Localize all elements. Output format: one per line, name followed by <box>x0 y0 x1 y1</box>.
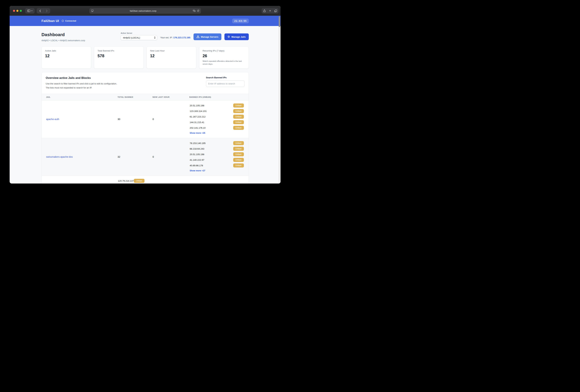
gear-icon: ⚙ <box>227 35 230 38</box>
banned-ip-row: 41.140.222.97 Unban <box>190 157 244 163</box>
banned-ip-address: 40.69.66.178 <box>190 164 203 167</box>
show-more-link[interactable]: Show more +27 <box>190 170 205 172</box>
overview-panel: Overview active Jails and Blocks Use the… <box>42 72 249 184</box>
stat-card: Active Jails 12 <box>42 46 91 69</box>
panel-description-1: Use the search to filter banned IPs and … <box>46 82 117 85</box>
search-banned-ips-label: Search Banned IPs <box>206 76 245 79</box>
stat-card-value: 26 <box>203 54 245 58</box>
banned-ip-address: 144.31.215.41 <box>190 121 204 124</box>
unban-button[interactable]: Unban <box>233 126 244 130</box>
banned-ip-row: 202.141.176.10 Unban <box>190 125 244 131</box>
stat-card-description: Watch repeated offenders detected in the… <box>203 60 245 66</box>
page-title: Dashboard <box>42 32 85 37</box>
table-header: Jail Total Banned New Last Hour Banned I… <box>42 94 249 100</box>
svg-text:文: 文 <box>194 10 195 12</box>
stat-card-value: 12 <box>150 54 193 58</box>
unban-button[interactable]: Unban <box>233 103 244 107</box>
zoom-window-button[interactable] <box>20 10 22 12</box>
address-bar[interactable]: fail2ban.swissmakers.corp A 文 <box>89 8 201 14</box>
forward-button[interactable] <box>44 10 50 12</box>
jail-link[interactable]: apache-auth <box>46 118 59 120</box>
banned-ip-row: 144.31.215.41 Unban <box>190 119 244 125</box>
active-server-value: rlinfp02 (LOCAL) <box>123 36 140 39</box>
banned-ip-row: 61.167.223.212 Unban <box>190 114 244 119</box>
banned-ip-address: 68.218.64.243 <box>190 148 204 150</box>
search-ip-input[interactable] <box>206 81 245 87</box>
reload-icon[interactable] <box>197 10 199 12</box>
banned-ip-address: 20.51.105.198 <box>190 153 204 156</box>
stat-card-label: Total Banned IPs <box>98 49 140 52</box>
stat-card: New Last Hour 12 <box>146 46 196 69</box>
active-server-label: Active Server <box>121 32 157 34</box>
sidebar-icon <box>27 10 30 12</box>
banned-ip-address: 20.51.105.198 <box>190 104 204 107</box>
unban-button[interactable]: Unban <box>233 158 244 162</box>
show-more-link[interactable]: Show more +25 <box>190 132 205 134</box>
banned-ip-address: 61.167.223.212 <box>190 115 206 118</box>
stat-card: Recurring IPs (7 days) 26 Watch repeated… <box>199 46 249 69</box>
sitemap-icon <box>197 35 199 38</box>
url-text: fail2ban.swissmakers.corp <box>94 10 193 12</box>
sidebar-toggle-button[interactable] <box>25 8 35 13</box>
banned-ip-address: 120.79.214.137 <box>118 180 134 182</box>
total-banned-value: 32 <box>114 138 149 176</box>
toolbar-actions-group: + <box>262 8 279 13</box>
select-chevrons-icon <box>154 36 156 39</box>
banned-ip-address: 78.153.140.195 <box>190 142 206 145</box>
tab-overview-icon[interactable] <box>273 10 279 12</box>
scrollbar-thumb[interactable] <box>279 16 280 27</box>
chevron-down-icon <box>31 10 33 11</box>
banned-ip-row: 68.218.64.243 Unban <box>190 146 244 152</box>
app-brand: Fail2ban UI <box>42 19 59 23</box>
unban-button[interactable]: Unban <box>134 179 145 183</box>
unban-button[interactable]: Unban <box>233 109 244 113</box>
stat-card-value: 12 <box>45 54 88 58</box>
unban-button[interactable]: Unban <box>233 163 244 168</box>
scrollbar-track[interactable] <box>278 26 281 184</box>
translate-icon[interactable]: A 文 <box>193 10 195 12</box>
new-last-hour-value: 0 <box>149 138 186 176</box>
total-banned-value: 30 <box>114 100 149 138</box>
banned-ip-row: 120.79.214.137 Unban <box>118 178 145 184</box>
jail-link[interactable]: swissmakers-apache-dos <box>46 156 73 158</box>
column-new-last-hour: New Last Hour <box>149 96 186 98</box>
manage-jails-button[interactable]: ⚙ Manage Jails <box>224 33 249 40</box>
stat-card: Total Banned IPs 578 <box>94 46 144 69</box>
stat-card-label: Recurring IPs (7 days) <box>203 49 245 52</box>
table-row: apache-auth 30 0 20.51.105.198 Unban 123… <box>42 100 249 138</box>
page-content: Dashboard rlinfp02 • LOCAL • rlinfp02.sw… <box>10 26 281 184</box>
external-ip: Your ext. IP: 176.223.172.185 <box>160 36 190 39</box>
banned-ip-row: 40.69.66.178 Unban <box>190 163 244 168</box>
new-tab-icon[interactable]: + <box>267 9 273 12</box>
stat-card-label: Active Jails <box>45 49 88 52</box>
page-subtitle: rlinfp02 • LOCAL • rlinfp02.swissmakers.… <box>42 39 85 42</box>
column-total-banned: Total Banned <box>114 96 149 98</box>
external-ip-value: 176.223.172.185 <box>173 36 190 39</box>
banned-ip-address: 41.140.222.97 <box>190 159 204 161</box>
page-format-icon[interactable] <box>91 10 94 12</box>
minimize-window-button[interactable] <box>16 10 18 12</box>
clock-badge: 21:43:55 <box>232 18 249 23</box>
browser-titlebar: fail2ban.swissmakers.corp A 文 <box>10 6 281 16</box>
jails-table: Jail Total Banned New Last Hour Banned I… <box>42 94 249 184</box>
unban-button[interactable]: Unban <box>233 147 244 151</box>
table-row: swissmakers-apache-dos 32 0 78.153.140.1… <box>42 138 249 176</box>
back-button[interactable] <box>37 10 43 12</box>
connected-indicator-icon <box>62 20 64 22</box>
window-controls <box>13 10 22 12</box>
connection-status: Connected <box>62 20 76 22</box>
stat-card-value: 578 <box>98 54 140 58</box>
unban-button[interactable]: Unban <box>233 152 244 156</box>
unban-button[interactable]: Unban <box>233 141 244 145</box>
unban-button[interactable]: Unban <box>233 115 244 119</box>
new-last-hour-value: 0 <box>149 100 186 138</box>
column-jail: Jail <box>42 96 114 98</box>
active-server-select[interactable]: rlinfp02 (LOCAL) <box>121 35 157 40</box>
banned-ip-row: 123.163.114.101 Unban <box>190 108 244 114</box>
close-window-button[interactable] <box>13 10 15 12</box>
banned-ip-row: 20.51.105.198 Unban <box>190 152 244 157</box>
unban-button[interactable]: Unban <box>233 120 244 124</box>
banned-ip-address: 123.163.114.101 <box>190 110 207 112</box>
share-icon[interactable] <box>262 9 267 12</box>
manage-servers-button[interactable]: Manage Servers <box>193 33 222 40</box>
